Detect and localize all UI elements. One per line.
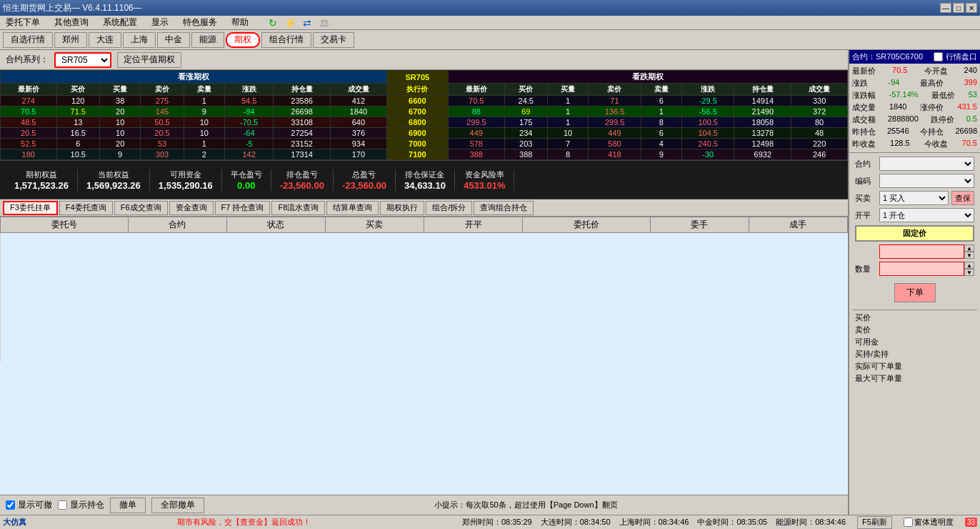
right-info-area: 最新价 70.5 今开盘 240 涨跌 -94 最高价 399 涨跌幅 -57.… (849, 64, 980, 152)
form-buysell-select[interactable]: 1 买入 1 卖出 (879, 191, 949, 205)
stat-close-pnl: 平仓盈亏 0.00 (222, 169, 271, 191)
form-openclose-label: 开平 (855, 210, 876, 221)
contract-series-label: 合约系列： (6, 54, 49, 66)
qty-spinner: ▲ ▼ (964, 262, 974, 276)
content-area: 合约系列： SR705 定位平值期权 看涨期权 SR705 看跌期权 (0, 50, 980, 515)
menu-query[interactable]: 其他查询 (51, 16, 91, 29)
tab-options-exec[interactable]: 期权执行 (380, 201, 424, 215)
price-input[interactable] (879, 244, 964, 259)
menu-help[interactable]: 帮助 (229, 16, 251, 29)
table-row[interactable]: 48.5 13 10 50.5 10 -70.5 33108 640 6800 … (1, 117, 848, 128)
col-put-latest: 最新价 (448, 84, 504, 96)
col-call-bid: 买价 (56, 84, 99, 96)
tab-settlement[interactable]: 结算单查询 (326, 201, 379, 215)
qty-up-button[interactable]: ▲ (964, 262, 974, 269)
col-call-askvol: 卖量 (184, 84, 224, 96)
market-quote-checkbox[interactable] (934, 52, 943, 61)
arrow-icon[interactable]: ⇄ (300, 16, 314, 30)
maximize-button[interactable]: □ (953, 3, 964, 13)
show-hold-check[interactable] (58, 500, 67, 510)
menu-entrust[interactable]: 委托下单 (3, 16, 43, 29)
transparency-checkbox-area[interactable]: 窗体透明度 (904, 517, 954, 528)
minimize-button[interactable]: — (940, 3, 951, 13)
price-up-button[interactable]: ▲ (964, 244, 974, 252)
show-cancel-check[interactable] (6, 500, 15, 510)
col-contract: 合约 (128, 217, 226, 233)
corner-indicator: 33 (965, 518, 977, 527)
table-row[interactable]: 20.5 16.5 10 20.5 10 -64 27254 376 6900 … (1, 128, 848, 139)
market-checkbox-area[interactable]: 行情盘口 (934, 51, 977, 62)
form-row-openclose: 开平 1 开仓 1 平仓 (852, 207, 977, 224)
tab-self-selected[interactable]: 自选行情 (3, 32, 53, 48)
f5-refresh-button[interactable]: F5刷新 (857, 516, 892, 529)
table-row[interactable]: 180 10.5 9 303 2 142 17314 170 7100 388 (1, 149, 848, 160)
tab-query-portfolio[interactable]: 查询组合持仓 (474, 201, 534, 215)
confirm-button[interactable]: 查保 (951, 191, 974, 205)
form-code-select[interactable] (879, 174, 974, 188)
tab-f3-orders[interactable]: F3委托挂单 (3, 201, 58, 215)
tab-shanghai[interactable]: 上海 (123, 32, 156, 48)
close-button[interactable]: ✕ (966, 3, 977, 13)
scale-icon[interactable]: ⚖ (317, 16, 331, 30)
lightning-icon[interactable]: ⚡ (283, 16, 297, 30)
fixed-price-button[interactable]: 固定价 (855, 225, 974, 242)
bid-label: 买价 (855, 312, 871, 323)
qty-down-button[interactable]: ▼ (964, 269, 974, 276)
col-status: 状态 (226, 217, 325, 233)
show-hold-checkbox[interactable]: 显示持仓 (58, 499, 104, 511)
right-change-val: -94 (889, 78, 900, 89)
right-open-val: 240 (964, 66, 977, 76)
title-bar-title: 恒生期货网上交易— V6.4.11.1106— (3, 2, 142, 14)
price-spinner: ▲ ▼ (964, 244, 974, 259)
col-put-bidvol: 买量 (547, 84, 588, 96)
submit-order-button[interactable]: 下单 (894, 283, 936, 302)
bottom-tabs: F3委托挂单 F4委托查询 F6成交查询 资金查询 F7 持仓查询 F8流水查询… (0, 199, 848, 217)
menu-config[interactable]: 系统配置 (100, 16, 140, 29)
tab-zhengzhou[interactable]: 郑州 (54, 32, 87, 48)
tab-f4-query[interactable]: F4委托查询 (59, 201, 113, 215)
show-cancel-checkbox[interactable]: 显示可撤 (6, 499, 52, 511)
tab-portfolio[interactable]: 组合行情 (261, 32, 311, 48)
tab-trade-card[interactable]: 交易卡 (313, 32, 354, 48)
tab-energy[interactable]: 能源 (191, 32, 224, 48)
col-put-vol: 成交量 (791, 84, 848, 96)
form-contract-select[interactable] (879, 157, 974, 171)
price-down-button[interactable]: ▼ (964, 252, 974, 259)
right-limit-down-val: 0.5 (966, 114, 977, 125)
table-row[interactable]: 274 120 38 275 1 54.5 23586 412 6600 70.… (1, 96, 848, 107)
max-order-label: 最大可下单量 (855, 373, 902, 384)
cancel-all-button[interactable]: 全部撤单 (151, 498, 204, 513)
tab-options[interactable]: 期权 (226, 32, 260, 48)
tab-fund-query[interactable]: 资金查询 (169, 201, 214, 215)
menu-special[interactable]: 特色服务 (180, 16, 220, 29)
tab-portfolio-split[interactable]: 组合/拆分 (426, 201, 472, 215)
tab-dalian[interactable]: 大连 (89, 32, 121, 48)
tab-f8-flow[interactable]: F8流水查询 (271, 201, 325, 215)
transparency-checkbox[interactable] (904, 518, 913, 527)
tab-f6-trades[interactable]: F6成交查询 (114, 201, 168, 215)
table-row[interactable]: 52.5 6 20 53 1 -5 23152 934 7000 578 203 (1, 139, 848, 149)
qty-input[interactable] (879, 262, 964, 276)
table-row[interactable]: 70.5 71.5 20 145 9 -94 26698 1840 6700 8… (1, 107, 848, 117)
form-openclose-select[interactable]: 1 开仓 1 平仓 (879, 208, 974, 222)
menu-bar: 委托下单 其他查询 系统配置 显示 特色服务 帮助 ↻ ⚡ ⇄ ⚖ (0, 16, 980, 30)
right-changepct-val: -57.14% (889, 90, 919, 101)
menu-display[interactable]: 显示 (149, 16, 171, 29)
col-put-askvol: 卖量 (641, 84, 681, 96)
form-row-buysell: 买卖 1 买入 1 卖出 查保 (852, 189, 977, 207)
tab-zhongjin[interactable]: 中金 (157, 32, 190, 48)
stat-margin: 排仓保证金 34,633.10 (396, 169, 455, 191)
refresh-icon[interactable]: ↻ (266, 16, 280, 30)
contract-select[interactable]: SR705 (54, 52, 111, 68)
actual-order-label: 实际可下单量 (855, 361, 902, 372)
submit-btn-area: 下单 (852, 277, 977, 308)
locate-atm-button[interactable]: 定位平值期权 (117, 52, 181, 68)
orders-table: 委托号 合约 状态 买卖 开平 委托价 委手 成手 (0, 217, 848, 362)
cancel-order-button[interactable]: 撤单 (110, 498, 146, 513)
right-hold-row: 买持/卖持 (852, 348, 977, 360)
right-divider2 (852, 310, 977, 310)
market-quote-label: 行情盘口 (946, 51, 977, 62)
right-row-changepct: 涨跌幅 -57.14% 最低价 53 (852, 89, 977, 102)
tab-f7-positions[interactable]: F7 持仓查询 (215, 201, 271, 215)
col-call-ask: 卖价 (141, 84, 184, 96)
